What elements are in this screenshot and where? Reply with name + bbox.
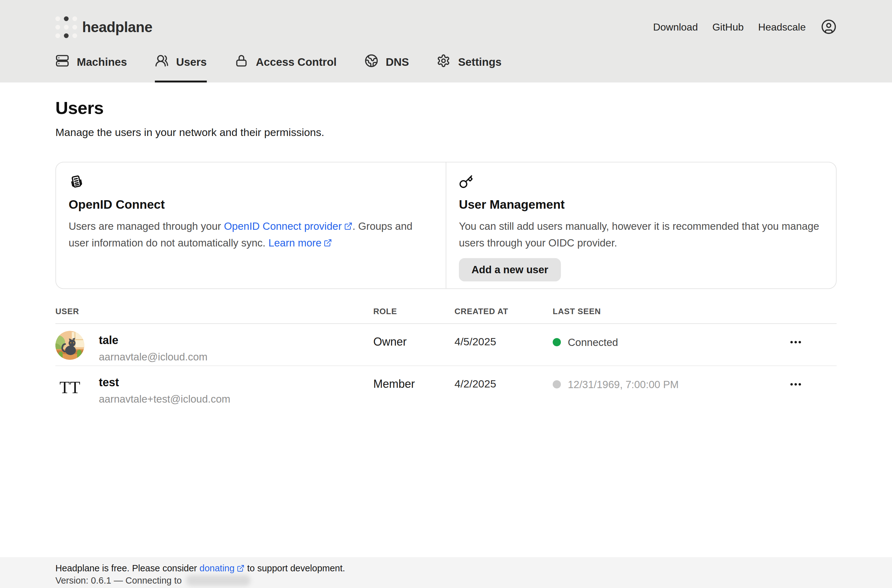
headplane-logo-icon [55,16,77,38]
circle-user-icon [821,19,837,36]
actions-cell [755,366,837,408]
brand: headplane [55,16,152,38]
last-seen-cell: 12/31/1969, 7:00:00 PM [553,366,755,408]
avatar-initials: TT [55,373,84,402]
nav-link-github[interactable]: GitHub [712,21,744,33]
row-menu-button[interactable] [786,374,806,395]
oidc-panel: OpenID Connect Users are managed through… [56,162,446,288]
tab-dns[interactable]: DNS [364,42,409,82]
top-nav: Download GitHub Headscale [653,19,837,36]
nav-link-headscale[interactable]: Headscale [758,21,806,33]
tab-bar: Machines Users Access Control DNS [55,42,837,82]
oidc-text-before: Users are managed through your [69,220,224,232]
user-management-description: You can still add users manually, howeve… [459,218,823,251]
users-table: USER ROLE CREATED AT LAST SEEN [55,307,837,408]
table-row: tale aarnavtale@icloud.com Owner 4/5/202… [55,324,837,366]
table-row: TT test aarnavtale+test@icloud.com Membe… [55,366,837,408]
role-cell: Member [373,366,454,408]
gear-icon [436,54,450,70]
column-header-created-at: CREATED AT [454,307,553,316]
oidc-provider-link[interactable]: OpenID Connect provider [224,220,352,232]
table-header-row: USER ROLE CREATED AT LAST SEEN [55,307,837,324]
tab-label: Settings [458,56,501,68]
page-title: Users [55,98,837,118]
ellipsis-icon [788,377,803,393]
user-identity: tale aarnavtale@icloud.com [99,331,207,366]
version-line: Version: 0.6.1 — Connecting to [55,574,837,586]
row-menu-button[interactable] [786,332,806,353]
footer-message: Headplane is free. Please consider donat… [55,562,837,574]
tab-label: Machines [77,56,127,68]
globe-icon [364,54,378,70]
add-user-button[interactable]: Add a new user [459,258,561,281]
oidc-description: Users are managed through your OpenID Co… [69,218,433,251]
footer-text-before: Headplane is free. Please consider [55,563,199,573]
column-header-role: ROLE [373,307,454,316]
user-name: tale [99,334,207,347]
user-name: test [99,376,230,389]
id-booklet-icon [69,174,433,189]
app-header: headplane Download GitHub Headscale Mach… [0,0,892,82]
status-dot [553,380,561,388]
tab-access-control[interactable]: Access Control [234,42,337,82]
actions-cell [755,324,837,366]
last-seen-text: Connected [568,336,618,348]
oidc-title: OpenID Connect [69,198,433,212]
lock-icon [234,54,248,70]
avatar [55,331,84,360]
user-cell: TT test aarnavtale+test@icloud.com [55,366,373,408]
users-icon [155,54,169,70]
column-header-last-seen: LAST SEEN [553,307,755,316]
main-content: Users Manage the users in your network a… [0,82,892,557]
user-cell: tale aarnavtale@icloud.com [55,324,373,366]
created-at-cell: 4/2/2025 [454,366,553,408]
tab-label: Access Control [256,56,337,68]
info-card: OpenID Connect Users are managed through… [55,162,837,289]
external-link-icon [324,238,332,247]
tab-label: DNS [386,56,409,68]
user-management-panel: User Management You can still add users … [446,162,836,288]
app-footer: Headplane is free. Please consider donat… [0,557,892,588]
created-at-cell: 4/5/2025 [454,324,553,366]
user-management-title: User Management [459,198,823,212]
tab-settings[interactable]: Settings [436,42,501,82]
server-icon [55,54,69,70]
footer-text-after: to support development. [244,563,345,573]
learn-more-link[interactable]: Learn more [268,237,332,249]
redacted-server-address [186,575,250,586]
user-email: aarnavtale@icloud.com [99,351,207,363]
user-identity: test aarnavtale+test@icloud.com [99,373,230,408]
column-header-user: USER [55,307,373,316]
role-cell: Owner [373,324,454,366]
headplane-app: headplane Download GitHub Headscale Mach… [0,0,892,588]
status-dot [553,338,561,346]
ellipsis-icon [788,334,803,351]
page-subtitle: Manage the users in your network and the… [55,126,837,138]
external-link-icon [237,564,244,572]
external-link-icon [344,222,352,230]
column-header-actions [755,307,837,316]
tab-machines[interactable]: Machines [55,42,127,82]
tab-label: Users [176,56,207,68]
tab-users[interactable]: Users [155,42,207,82]
key-icon [459,174,823,189]
user-email: aarnavtale+test@icloud.com [99,393,230,405]
version-text: Version: 0.6.1 — Connecting to [55,574,181,586]
brand-name: headplane [82,19,152,36]
last-seen-cell: Connected [553,324,755,366]
last-seen-text: 12/31/1969, 7:00:00 PM [568,379,679,391]
nav-link-download[interactable]: Download [653,21,698,33]
account-menu-button[interactable] [821,19,837,36]
donate-link[interactable]: donating [199,563,244,573]
